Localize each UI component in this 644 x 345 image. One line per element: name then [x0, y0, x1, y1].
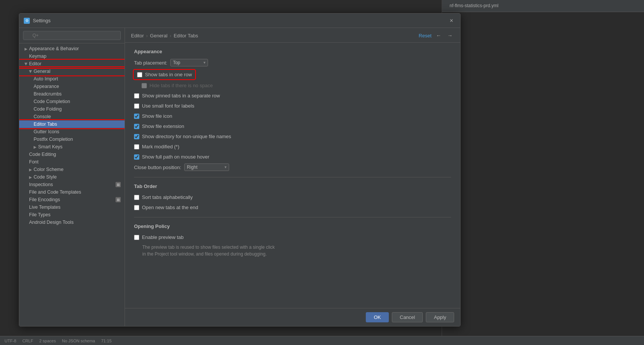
dialog-title: Settings — [33, 18, 51, 23]
divider-2 — [134, 217, 451, 217]
sidebar-item-editor-tabs[interactable]: Editor Tabs — [19, 120, 125, 128]
sidebar-item-font[interactable]: Font — [19, 158, 125, 166]
dialog-title-left: ⚙ Settings — [24, 18, 51, 24]
sidebar-item-file-code-templates[interactable]: File and Code Templates — [19, 188, 125, 196]
dialog-titlebar: ⚙ Settings × — [19, 14, 460, 28]
nav-back-button[interactable]: ← — [434, 32, 443, 39]
breadcrumb-sep-2: › — [170, 33, 171, 39]
use-small-font-checkbox[interactable] — [134, 103, 139, 109]
show-tabs-one-row-checkbox[interactable] — [137, 72, 142, 77]
breadcrumb: Editor › General › Editor Tabs — [131, 33, 198, 39]
show-file-icon-checkbox[interactable] — [134, 114, 139, 119]
show-full-path-label: Show full path on mouse hover — [142, 154, 210, 160]
show-directory-row: Show directory for non-unique file names — [134, 133, 451, 140]
content-header: Editor › General › Editor Tabs Reset ← → — [125, 28, 460, 43]
content-scroll: Appearance Tab placement: Top Bottom Lef… — [125, 43, 460, 308]
apply-button[interactable]: Apply — [426, 312, 454, 322]
sidebar-item-editor[interactable]: ▶ Editor — [19, 60, 125, 68]
use-small-font-label: Use small font for labels — [142, 103, 194, 109]
tab-placement-select[interactable]: Top Bottom Left Right None — [170, 59, 208, 66]
ide-tab-yaml[interactable]: nf-flms-statistics-prd.yml — [445, 2, 503, 11]
sidebar-item-appearance[interactable]: Appearance — [19, 83, 125, 90]
show-directory-checkbox[interactable] — [134, 134, 139, 139]
open-new-tabs-checkbox[interactable] — [134, 205, 139, 210]
sidebar-item-code-editing[interactable]: Code Editing — [19, 151, 125, 158]
sidebar-item-live-templates[interactable]: Live Templates — [19, 203, 125, 211]
close-button-position-row: Close button position: Left Right Inacti… — [134, 163, 451, 171]
expand-arrow-editor: ▶ — [24, 62, 28, 65]
breadcrumb-general: General — [150, 33, 167, 39]
tab-placement-select-wrapper: Top Bottom Left Right None ▼ — [170, 59, 208, 66]
breadcrumb-sep-1: › — [146, 33, 148, 39]
hide-tabs-checkbox — [142, 83, 147, 88]
show-file-extension-checkbox[interactable] — [134, 124, 139, 129]
appearance-section-title: Appearance — [134, 49, 451, 54]
breadcrumb-editor: Editor — [131, 33, 144, 39]
ok-button[interactable]: OK — [366, 312, 389, 322]
sidebar-item-code-completion[interactable]: Code Completion — [19, 98, 125, 105]
show-full-path-row: Show full path on mouse hover — [134, 153, 451, 160]
ide-tab-bar: nf-flms-statistics-prd.yml — [442, 0, 644, 12]
nav-forward-button[interactable]: → — [446, 32, 454, 39]
reset-link[interactable]: Reset — [419, 33, 431, 39]
hide-tabs-no-space-row: Hide tabs if there is no space — [142, 82, 451, 89]
expand-arrow-code-style: ▶ — [29, 175, 32, 179]
sidebar-item-gutter-icons[interactable]: Gutter Icons — [19, 128, 125, 136]
sidebar-item-file-encodings[interactable]: File Encodings ▦ — [19, 196, 125, 203]
inspections-badge: ▦ — [116, 182, 121, 187]
close-button-select[interactable]: Left Right Inactive tabs only None — [184, 163, 229, 171]
status-spaces: 2 spaces — [39, 339, 56, 343]
expand-arrow-smart-keys: ▶ — [34, 145, 37, 149]
status-schema: No JSON schema — [62, 339, 95, 343]
show-file-extension-label: Show file extension — [142, 123, 184, 129]
sidebar-item-console[interactable]: Console — [19, 113, 125, 120]
sidebar-item-file-types[interactable]: File Types — [19, 211, 125, 219]
enable-preview-tab-label: Enable preview tab — [142, 234, 184, 240]
sidebar-item-inspections[interactable]: Inspections ▦ — [19, 181, 125, 188]
search-wrapper: 🔍 — [23, 31, 121, 40]
show-tabs-one-row-row: Show tabs in one row — [134, 70, 195, 79]
enable-preview-tab-checkbox[interactable] — [134, 235, 139, 240]
show-pinned-label: Show pinned tabs in a separate row — [142, 93, 220, 99]
header-actions: Reset ← → — [419, 32, 454, 39]
sidebar-item-postfix-completion[interactable]: Postfix Completion — [19, 136, 125, 143]
cancel-button[interactable]: Cancel — [392, 312, 423, 322]
close-button-select-wrapper: Left Right Inactive tabs only None ▼ — [184, 163, 229, 171]
show-file-icon-label: Show file icon — [142, 113, 172, 119]
status-bar: UTF-8 CRLF 2 spaces No JSON schema 71:15 — [0, 336, 644, 345]
sidebar-item-code-style[interactable]: ▶ Code Style — [19, 173, 125, 181]
use-small-font-row: Use small font for labels — [134, 102, 451, 109]
mark-modified-checkbox[interactable] — [134, 144, 139, 149]
open-new-tabs-row: Open new tabs at the end — [134, 204, 451, 211]
show-file-extension-row: Show file extension — [134, 123, 451, 130]
status-encoding: UTF-8 — [5, 339, 16, 343]
opening-policy-section-title: Opening Policy — [134, 223, 451, 229]
sidebar-item-appearance-behavior[interactable]: ▶ Appearance & Behavior — [19, 45, 125, 52]
show-full-path-checkbox[interactable] — [134, 154, 139, 160]
preview-description: The preview tab is reused to show files … — [142, 244, 451, 257]
sidebar-item-smart-keys[interactable]: ▶ Smart Keys — [19, 143, 125, 151]
sidebar-item-color-scheme[interactable]: ▶ Color Scheme — [19, 166, 125, 173]
tab-placement-label: Tab placement: — [134, 60, 167, 66]
mark-modified-row: Mark modified (*) — [134, 143, 451, 150]
settings-sidebar: 🔍 ▶ Appearance & Behavior Keymap ▶ Edit — [19, 28, 125, 326]
dialog-body: 🔍 ▶ Appearance & Behavior Keymap ▶ Edit — [19, 28, 460, 326]
file-encodings-badge: ▦ — [116, 197, 121, 202]
expand-arrow-appearance: ▶ — [25, 47, 28, 51]
sidebar-item-auto-import[interactable]: Auto Import — [19, 75, 125, 83]
sidebar-item-code-folding[interactable]: Code Folding — [19, 105, 125, 113]
sort-alphabetically-label: Sort tabs alphabetically — [142, 194, 193, 200]
search-input[interactable] — [23, 31, 121, 40]
sidebar-item-android-design-tools[interactable]: Android Design Tools — [19, 219, 125, 226]
settings-dialog: ⚙ Settings × 🔍 ▶ Appearance & Behavior — [19, 13, 461, 327]
expand-arrow-color-scheme: ▶ — [29, 168, 32, 172]
sort-alphabetically-checkbox[interactable] — [134, 195, 139, 200]
status-crlf: CRLF — [22, 339, 33, 343]
sidebar-item-general[interactable]: ▶ General — [19, 68, 125, 75]
close-button-label: Close button position: — [134, 165, 181, 170]
show-pinned-checkbox[interactable] — [134, 93, 139, 99]
show-directory-label: Show directory for non-unique file names — [142, 134, 231, 139]
sidebar-item-keymap[interactable]: Keymap — [19, 52, 125, 60]
sidebar-item-breadcrumbs[interactable]: Breadcrumbs — [19, 90, 125, 98]
close-button[interactable]: × — [447, 17, 456, 25]
